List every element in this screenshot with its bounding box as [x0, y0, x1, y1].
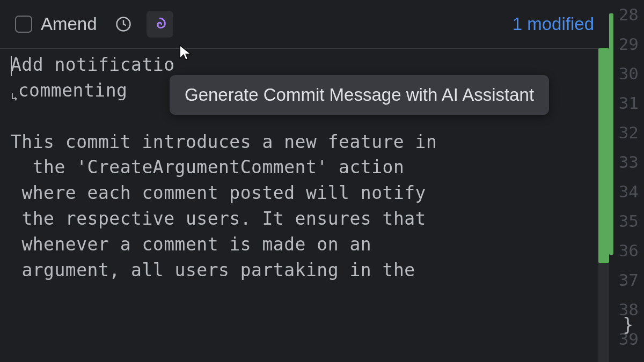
modified-files-link[interactable]: 1 modified	[513, 14, 594, 34]
line-number: 28	[609, 0, 644, 29]
line-number-gutter: 28 29 30 31 32 33 34 35 36 37 38 39 }	[609, 0, 644, 362]
line-number: 37	[609, 265, 644, 295]
commit-panel: Amend 1 modified Add notificatio ↳commen…	[0, 0, 609, 362]
history-icon[interactable]	[114, 15, 133, 33]
line-number: 32	[609, 118, 644, 147]
line-number: 29	[609, 29, 644, 59]
line-number: 36	[609, 236, 644, 265]
line-number: 33	[609, 147, 644, 177]
scrollbar-change-marker	[598, 48, 609, 263]
line-number: 30	[609, 59, 644, 88]
line-number: 31	[609, 88, 644, 118]
commit-toolbar: Amend 1 modified	[0, 0, 609, 48]
ai-generate-tooltip: Generate Commit Message with AI Assistan…	[170, 75, 549, 115]
amend-label: Amend	[41, 14, 97, 34]
ai-generate-button[interactable]	[147, 11, 173, 38]
line-number: 34	[609, 177, 644, 206]
gutter-lines: 28 29 30 31 32 33 34 35 36 37 38 39	[609, 0, 644, 354]
gutter-change-marker	[609, 13, 613, 255]
code-brace: }	[623, 314, 633, 335]
scrollbar-track[interactable]	[598, 48, 609, 362]
amend-checkbox-group[interactable]: Amend	[15, 14, 97, 34]
main-area: Amend 1 modified Add notificatio ↳commen…	[0, 0, 644, 362]
amend-checkbox[interactable]	[15, 16, 32, 33]
line-number: 35	[609, 206, 644, 236]
wrap-indicator-icon: ↳	[11, 90, 18, 104]
